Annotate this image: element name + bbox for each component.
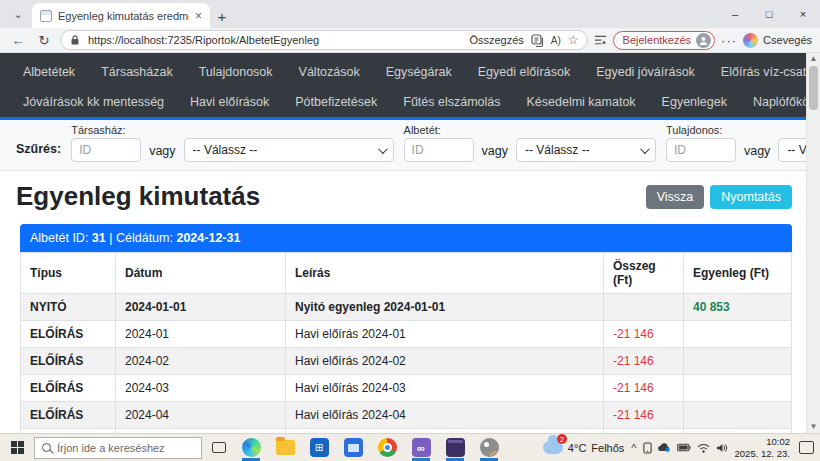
signin-label: Bejelentkezés [623, 34, 692, 46]
browser-refresh-button[interactable]: ↻ [34, 33, 54, 48]
taskbar-app-chrome[interactable] [372, 435, 402, 461]
taskbar-search-box[interactable]: Írjon ide a kereséshez [34, 437, 202, 459]
weather-widget[interactable]: 2 4°C Felhős [543, 441, 625, 454]
cell-datum: 2024-01 [116, 321, 286, 348]
window-close-button[interactable]: × [786, 0, 820, 28]
table-row: ELŐÍRÁS2024-05Havi előírás 2024-05-27 90… [21, 429, 792, 434]
browser-back-button[interactable]: ← [8, 33, 28, 48]
target-date-value: 2024-12-31 [176, 231, 240, 245]
filter-groups: Társasház:vagy-- Válassz --Albetét:vagy-… [71, 124, 806, 162]
taskbar-app-visual-studio[interactable]: ∞ [406, 435, 436, 461]
column-header: Egyenleg (Ft) [684, 253, 792, 294]
filter-col-tarsashaz: Társasház: [71, 124, 141, 162]
weather-temp: 4°C [568, 442, 586, 454]
favorite-star-icon[interactable]: ☆ [568, 33, 579, 47]
nav-item-naplofokonyv[interactable]: Naplófőkönyv [740, 87, 806, 117]
cell-leiras: Havi előírás 2024-04 [286, 402, 604, 429]
table-body: NYITÓ2024-01-01Nyitó egyenleg 2024-01-01… [21, 294, 792, 434]
nav-item-eloiras-viz-csat[interactable]: Előírás víz-csat [708, 57, 806, 87]
task-view-icon [212, 442, 226, 453]
cell-osszeg: -21 146 [604, 321, 684, 348]
cell-tipus: ELŐÍRÁS [21, 375, 116, 402]
favorites-hub-icon[interactable] [594, 34, 607, 47]
new-tab-button[interactable]: + [210, 4, 234, 28]
print-button[interactable]: Nyomtatás [710, 185, 792, 209]
nav-item-jovairasok-kk-mentesseg[interactable]: Jóváírások kk mentesség [10, 87, 177, 117]
filter-select-tarsashaz[interactable]: -- Válassz -- [184, 138, 394, 162]
tab-close-icon[interactable]: × [195, 9, 202, 23]
cell-egyenleg: 40 853 [684, 294, 792, 321]
taskbar-app-gimp[interactable] [474, 435, 504, 461]
cell-leiras: Havi előírás 2024-03 [286, 375, 604, 402]
taskbar-app-terminal[interactable] [440, 435, 470, 461]
nav-item-egyenlegek[interactable]: Egyenlegek [649, 87, 740, 117]
file-explorer-icon [276, 440, 295, 455]
summary-icon[interactable] [531, 34, 544, 47]
nav-item-egysegarak[interactable]: Egységárak [373, 57, 465, 87]
cell-datum: 2024-04 [116, 402, 286, 429]
onedrive-icon[interactable] [658, 443, 671, 452]
windows-logo-icon [11, 441, 24, 454]
start-button[interactable] [4, 436, 30, 460]
filter-select-tulajdonos[interactable]: -- Válassz -- [778, 138, 806, 162]
window-maximize-button[interactable]: □ [752, 0, 786, 28]
filter-select-value-albetet: -- Válassz -- [525, 143, 590, 157]
page-scrollbar[interactable]: ▲ ▼ [806, 53, 820, 433]
task-view-button[interactable] [206, 436, 232, 460]
nav-item-egyedi-jovairasok[interactable]: Egyedi jóváírások [583, 57, 708, 87]
nav-item-havi-eloirasok[interactable]: Havi előírások [177, 87, 282, 117]
scrollbar-thumb[interactable] [809, 66, 818, 110]
windows-taskbar: Írjon ide a kereséshez ⊞ ∞ 2 4°C Felhős … [0, 433, 820, 461]
signin-button[interactable]: Bejelentkezés [613, 31, 716, 50]
cell-leiras: Havi előírás 2024-05 [286, 429, 604, 434]
report-info-bar: Albetét ID: 31 | Céldátum: 2024-12-31 [20, 224, 792, 252]
filter-select-value-tulajdonos: -- Válassz -- [787, 143, 806, 157]
scroll-down-arrow-icon[interactable]: ▼ [807, 421, 820, 433]
browser-menu-icon[interactable]: ··· [721, 33, 737, 48]
scroll-up-arrow-icon[interactable]: ▲ [807, 53, 820, 65]
tray-chevron-icon[interactable]: ^ [631, 442, 636, 454]
filter-select-albetet[interactable]: -- Válassz -- [516, 138, 656, 162]
cell-egyenleg [684, 321, 792, 348]
filter-col-albetet: Albetét: [404, 124, 474, 162]
nav-item-tulajdonosok[interactable]: Tulajdonosok [186, 57, 286, 87]
tab-search-chevron-icon[interactable]: ⌄ [6, 3, 30, 25]
filter-id-input-tarsashaz[interactable] [71, 138, 141, 162]
filter-title: Szűrés: [16, 142, 61, 162]
volume-icon[interactable] [716, 443, 728, 453]
window-minimize-button[interactable]: – [718, 0, 752, 28]
notification-center-icon[interactable] [799, 441, 814, 454]
taskbar-app-mail[interactable] [338, 435, 368, 461]
back-button[interactable]: Vissza [646, 185, 705, 209]
cell-osszeg: -21 146 [604, 348, 684, 375]
copilot-chat-button[interactable]: Csevegés [743, 33, 812, 48]
nav-item-albetetek[interactable]: Albetétek [10, 57, 88, 87]
summary-label[interactable]: Összegzés [469, 34, 523, 46]
cell-datum: 2024-01-01 [116, 294, 286, 321]
taskbar-app-edge[interactable] [236, 435, 266, 461]
phone-link-icon[interactable] [643, 442, 652, 454]
browser-tab[interactable]: Egyenleg kimutatás eredménye - l × [32, 3, 210, 28]
filter-id-input-albetet[interactable] [404, 138, 474, 162]
nav-item-potbefizetesek[interactable]: Pótbefizetések [282, 87, 390, 117]
url-omnibox[interactable]: https://localhost:7235/Riportok/AlbetetE… [60, 30, 588, 50]
chrome-icon [378, 438, 397, 457]
cell-datum: 2024-03 [116, 375, 286, 402]
network-icon[interactable] [697, 443, 710, 453]
nav-item-valtozasok[interactable]: Változások [286, 57, 373, 87]
filter-select-value-tarsashaz: -- Válassz -- [193, 143, 258, 157]
taskbar-app-microsoft-store[interactable]: ⊞ [304, 435, 334, 461]
filter-id-input-tulajdonos[interactable] [666, 138, 736, 162]
taskbar-clock[interactable]: 10:02 2025. 12. 23. [735, 436, 790, 460]
cell-tipus: ELŐÍRÁS [21, 321, 116, 348]
nav-item-kesedelmi-kamatok[interactable]: Késedelmi kamatok [514, 87, 649, 117]
filter-bar: Szűrés: Társasház:vagy-- Válassz --Albet… [0, 120, 806, 171]
read-aloud-icon[interactable]: A) [551, 35, 561, 46]
nav-item-egyedi-eloirasok[interactable]: Egyedi előírások [465, 57, 583, 87]
taskbar-app-file-explorer[interactable] [270, 435, 300, 461]
window-controls: – □ × [718, 0, 820, 28]
nav-item-futes-elszamolas[interactable]: Fűtés elszámolás [390, 87, 513, 117]
albetet-id-value: 31 [92, 231, 106, 245]
battery-icon[interactable] [677, 443, 691, 452]
nav-item-tarsashazak[interactable]: Társasházak [88, 57, 186, 87]
